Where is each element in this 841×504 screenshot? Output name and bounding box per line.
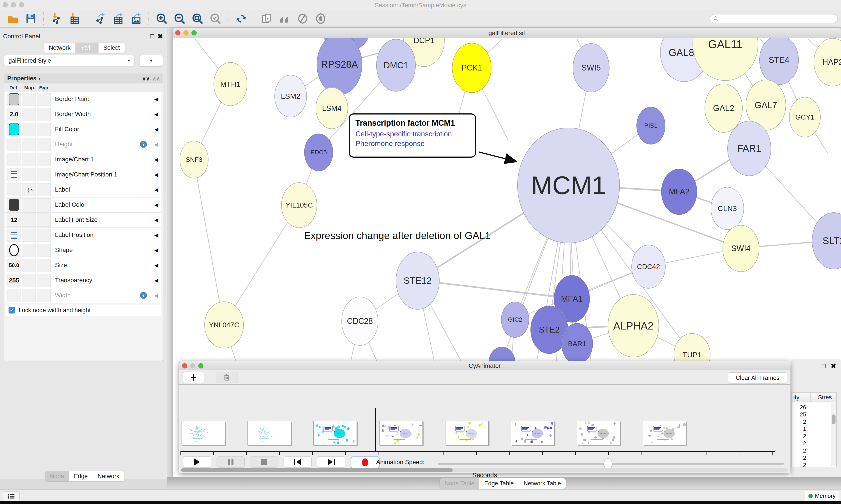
default-value-cell[interactable] — [7, 289, 21, 302]
default-value-cell[interactable]: 255 — [7, 274, 21, 287]
annotation-link[interactable]: Pheromone response — [355, 140, 469, 148]
bypass-cell[interactable] — [37, 229, 51, 242]
expand-all-icon[interactable]: ∨∨ — [142, 75, 150, 82]
network-node-gcy1[interactable]: GCY1 — [789, 97, 821, 137]
network-node-bar1[interactable]: BAR1 — [561, 323, 593, 364]
float-panel-icon[interactable]: □ — [822, 362, 826, 370]
expand-property-icon[interactable]: ◀ — [155, 111, 158, 118]
expand-property-icon[interactable]: ◀ — [155, 141, 158, 147]
network-node-ste12[interactable]: STE12 — [396, 252, 440, 310]
property-row-border-paint[interactable]: Border Paint◀ — [5, 92, 161, 107]
mapping-cell[interactable]: ⋮› — [22, 183, 36, 196]
tab-network-table[interactable]: Network Table — [519, 479, 566, 489]
table-cell[interactable]: 2 — [792, 454, 806, 461]
column-header[interactable]: Stres — [818, 394, 832, 401]
mapping-cell[interactable] — [22, 229, 36, 242]
show-panels-button[interactable] — [3, 491, 20, 501]
property-row-height[interactable]: Heighti◀ — [5, 137, 161, 152]
close-panel-icon[interactable]: ✖ — [831, 362, 836, 370]
network-node-ynl047c[interactable]: YNL047C — [204, 302, 244, 348]
mapping-cell[interactable] — [22, 198, 36, 212]
save-session-icon[interactable] — [24, 12, 38, 25]
table-cell[interactable]: 2 — [792, 418, 806, 425]
property-row-label[interactable]: ⋮›Label◀ — [5, 182, 161, 197]
cyanimator-timeline[interactable]: MCM1MCM1MCM1MCM1MCM1MCM1 0123456789 Seco… — [179, 384, 790, 454]
expand-property-icon[interactable]: ◀ — [155, 217, 158, 223]
import-table-icon[interactable] — [68, 12, 82, 25]
bypass-cell[interactable] — [37, 259, 51, 272]
stop-button[interactable] — [250, 456, 278, 467]
horizontal-scrollbar[interactable] — [181, 468, 788, 472]
close-panel-icon[interactable]: ✖ — [158, 32, 163, 40]
table-cell[interactable]: 2 — [792, 433, 806, 439]
frame-thumbnail-1[interactable] — [248, 421, 291, 445]
tab-style[interactable]: Style — [75, 43, 99, 53]
expand-property-icon[interactable]: ◀ — [155, 126, 158, 132]
frame-thumbnail-0[interactable] — [182, 421, 225, 445]
expand-property-icon[interactable]: ◀ — [155, 187, 158, 193]
default-value-cell[interactable] — [7, 168, 21, 181]
zoom-in-icon[interactable] — [155, 12, 168, 25]
show-icon[interactable] — [314, 12, 328, 25]
mapping-cell[interactable] — [22, 123, 36, 136]
default-value-cell[interactable] — [7, 138, 21, 151]
expand-property-icon[interactable]: ◀ — [155, 262, 158, 268]
info-icon[interactable]: i — [140, 141, 147, 148]
property-row-shape[interactable]: Shape◀ — [5, 243, 161, 258]
default-value-cell[interactable]: 12 — [7, 214, 21, 227]
bypass-cell[interactable] — [37, 153, 51, 166]
zoom-fit-icon[interactable] — [191, 12, 204, 25]
default-value-cell[interactable] — [7, 198, 21, 212]
lock-size-row[interactable]: ✓ Lock node width and height — [5, 305, 161, 316]
tab-select[interactable]: Select — [99, 43, 125, 53]
mapping-cell[interactable] — [22, 289, 36, 302]
frame-thumbnail-5[interactable]: MCM1 — [511, 421, 555, 445]
table-cell[interactable]: 1 — [792, 426, 806, 432]
network-node-snf3[interactable]: SNF3 — [180, 141, 209, 178]
network-node-gal11[interactable]: GAL11 — [693, 38, 758, 81]
open-session-icon[interactable] — [6, 12, 20, 25]
delete-frame-button[interactable] — [216, 372, 237, 383]
import-network-icon[interactable] — [50, 12, 64, 25]
frame-thumbnail-3[interactable]: MCM1 — [379, 421, 423, 445]
bypass-cell[interactable] — [37, 198, 51, 212]
search-input[interactable] — [710, 14, 838, 23]
network-node-mth1[interactable]: MTH1 — [214, 62, 247, 106]
network-node-pdc5[interactable]: PDC5 — [304, 133, 333, 171]
frame-thumbnail-7[interactable]: MCM1 — [643, 421, 686, 445]
mapping-cell[interactable] — [22, 274, 36, 287]
mapping-cell[interactable] — [22, 244, 36, 257]
default-value-cell[interactable] — [7, 153, 21, 166]
style-dropdown[interactable]: galFiltered Style ▾ — [4, 55, 135, 66]
column-header[interactable]: ity — [793, 394, 799, 401]
network-node-cdc28[interactable]: CDC28 — [341, 297, 378, 346]
network-node-mcm1[interactable]: MCM1 — [517, 128, 620, 243]
tab-edge-table[interactable]: Edge Table — [479, 479, 519, 489]
bypass-cell[interactable] — [37, 289, 51, 302]
hide-icon[interactable] — [296, 12, 310, 25]
export-network-icon[interactable] — [93, 12, 107, 25]
network-node-swi5[interactable]: SWI5 — [573, 43, 609, 92]
info-icon[interactable]: i — [140, 292, 147, 299]
expand-property-icon[interactable]: ◀ — [155, 202, 158, 208]
network-node-slt2[interactable]: SLT2 — [812, 212, 841, 269]
tab-network[interactable]: Network — [44, 43, 75, 53]
mapping-cell[interactable] — [22, 259, 36, 272]
default-value-cell[interactable] — [7, 93, 21, 106]
table-cell[interactable]: 2 — [792, 462, 806, 469]
table-cell[interactable]: 2 — [792, 447, 806, 454]
default-value-cell[interactable] — [7, 244, 21, 257]
zoom-selected-icon[interactable] — [209, 12, 222, 25]
export-image-icon[interactable] — [129, 12, 143, 25]
expand-property-icon[interactable]: ◀ — [155, 96, 158, 102]
record-button[interactable] — [351, 456, 379, 468]
network-node-yil105c[interactable]: YIL105C — [281, 182, 317, 228]
float-panel-icon[interactable]: □ — [150, 32, 154, 40]
property-row-border-width[interactable]: 2.0Border Width◀ — [5, 107, 161, 122]
bypass-cell[interactable] — [37, 168, 51, 181]
table-cell[interactable]: 2 — [792, 440, 806, 447]
property-row-size[interactable]: 50.0Size◀ — [5, 258, 161, 273]
expand-property-icon[interactable]: ◀ — [155, 232, 158, 238]
pause-button[interactable] — [217, 456, 245, 467]
mapping-cell[interactable] — [22, 108, 36, 121]
